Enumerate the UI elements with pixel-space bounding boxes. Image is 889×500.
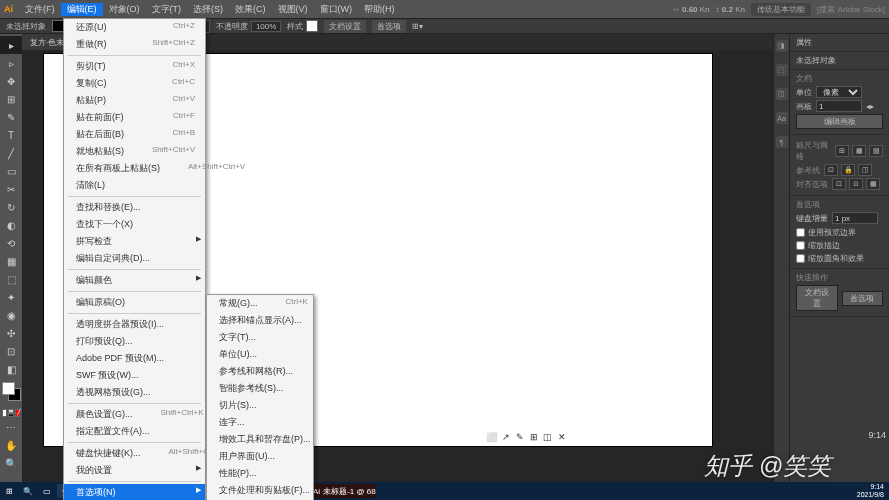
tool-scale[interactable]: ◐ [0,216,22,234]
units-select[interactable]: 像素 [816,86,862,98]
menu-item[interactable]: 我的设置 [64,462,205,479]
guides-icon[interactable]: ⊡ [824,164,838,176]
submenu-item[interactable]: 参考线和网格(R)... [207,363,313,380]
tool-line[interactable]: ╱ [0,144,22,162]
submenu-item[interactable]: 选择和锚点显示(A)... [207,312,313,329]
keyboard-increment[interactable] [832,212,878,224]
menu-window[interactable]: 窗口(W) [314,3,359,16]
menu-edit[interactable]: 编辑(E) [61,3,103,16]
menu-item[interactable]: 透视网格预设(G)... [64,384,205,401]
opacity-field[interactable]: 100% [251,21,281,32]
workspace-switcher[interactable]: 传统基本功能 [751,3,811,16]
menu-item[interactable]: 颜色设置(G)...Shift+Ctrl+K [64,406,205,423]
submenu-item[interactable]: 连字... [207,414,313,431]
collapsed-panel-icon[interactable]: ¶ [776,136,788,148]
tool-perspective[interactable]: ◧ [0,360,22,378]
submenu-item[interactable]: 切片(S)... [207,397,313,414]
menu-item[interactable]: 透明度拼合器预设(I)... [64,316,205,333]
tool-lasso[interactable]: ⊞ [0,90,22,108]
collapsed-panel-icon[interactable]: Aa [776,112,788,124]
tool-pen[interactable]: ✎ [0,108,22,126]
snap-point-icon[interactable]: ⊙ [849,178,863,190]
clock[interactable]: 9:142021/9/8 [852,483,889,499]
tool-hand[interactable]: ✋ [0,436,22,454]
menu-item[interactable]: 编辑自定词典(D)... [64,250,205,267]
tool-graph[interactable]: ◉ [0,306,22,324]
fill-stroke-control[interactable] [2,382,20,404]
transparency-grid-icon[interactable]: ▨ [869,145,883,157]
menu-item[interactable]: 就地粘贴(S)Shift+Ctrl+V [64,143,205,160]
grid-icon[interactable]: ▦ [852,145,866,157]
tool-mesh[interactable]: ▦ [0,252,22,270]
tool-gradient[interactable]: ⬚ [0,270,22,288]
tool-type[interactable]: T [0,126,22,144]
tool-more[interactable]: ⋯ [0,418,22,436]
taskbar-item[interactable]: Ai未标题-1 @ 68.44... [308,484,376,498]
menu-item[interactable]: 粘贴(P)Ctrl+V [64,92,205,109]
submenu-item[interactable]: 用户界面(U)... [207,448,313,465]
menu-item[interactable]: 键盘快捷键(K)...Alt+Shift+Ctrl+K [64,445,205,462]
menu-item[interactable]: 贴在前面(F)Ctrl+F [64,109,205,126]
tool-scissors[interactable]: ✂ [0,180,22,198]
ruler-icon[interactable]: ⊞ [835,145,849,157]
submenu-item[interactable]: 文字(T)... [207,329,313,346]
tool-rotate[interactable]: ↻ [0,198,22,216]
menu-item[interactable]: SWF 预设(W)... [64,367,205,384]
chk-preview-bounds[interactable]: 使用预览边界 [796,226,883,239]
edit-artboards-button[interactable]: 编辑画板 [796,114,883,129]
start-button[interactable]: ⊞ [0,487,18,496]
menu-item[interactable]: 拼写检查 [64,233,205,250]
collapsed-panel-icon[interactable]: ◫ [776,88,788,100]
color-mode-toggles[interactable]: ╱ [2,409,20,417]
tool-sprayer[interactable]: ✦ [0,288,22,306]
menu-item[interactable]: 编辑原稿(O) [64,294,205,311]
artboard-number[interactable] [816,100,862,112]
menu-help[interactable]: 帮助(H) [358,3,401,16]
snap-grid-icon[interactable]: ▦ [866,178,880,190]
menu-item[interactable]: 在所有画板上粘贴(S)Alt+Shift+Ctrl+V [64,160,205,177]
submenu-item[interactable]: 增效工具和暂存盘(P)... [207,431,313,448]
snap-pixel-icon[interactable]: ⊡ [832,178,846,190]
style-swatch[interactable] [306,20,318,32]
menu-file[interactable]: 文件(F) [19,3,61,16]
menu-item[interactable]: 查找下一个(X) [64,216,205,233]
quick-docsetup-button[interactable]: 文档设置 [796,285,838,311]
menu-item[interactable]: 重做(R)Shift+Ctrl+Z [64,36,205,53]
menu-item[interactable]: 复制(C)Ctrl+C [64,75,205,92]
floaty-icon-3[interactable]: ✎ [514,431,525,442]
tool-wand[interactable]: ✥ [0,72,22,90]
docsetup-btn[interactable]: 文档设置 [324,20,366,33]
menu-view[interactable]: 视图(V) [272,3,314,16]
menu-select[interactable]: 选择(S) [187,3,229,16]
tool-slice[interactable]: ⊡ [0,342,22,360]
floaty-icon-1[interactable]: ⬜ [486,431,497,442]
prefs-btn[interactable]: 首选项 [372,20,406,33]
menu-item[interactable]: 还原(U)Ctrl+Z [64,19,205,36]
chk-scale-corners[interactable]: 缩放圆角和效果 [796,252,883,265]
chk-scale-strokes[interactable]: 缩放描边 [796,239,883,252]
search-icon[interactable]: 🔍 [19,487,37,496]
floaty-icon-5[interactable]: ◫ [542,431,553,442]
tool-selection[interactable]: ▸ [0,36,22,54]
tool-artboard[interactable]: ✣ [0,324,22,342]
menu-item[interactable]: 指定配置文件(A)... [64,423,205,440]
collapsed-panel-icon[interactable]: ◨ [776,40,788,52]
menu-item[interactable]: 打印预设(Q)... [64,333,205,350]
tool-direct-select[interactable]: ▹ [0,54,22,72]
floaty-icon-2[interactable]: ↗ [500,431,511,442]
submenu-item[interactable]: 常规(G)...Ctrl+K [207,295,313,312]
menu-item[interactable]: Adobe PDF 预设(M)... [64,350,205,367]
artboard-nav-icon[interactable]: ◂▸ [866,102,874,111]
tool-rectangle[interactable]: ▭ [0,162,22,180]
menu-item[interactable]: 剪切(T)Ctrl+X [64,58,205,75]
submenu-item[interactable]: 单位(U)... [207,346,313,363]
align-icon[interactable]: ⊞▾ [412,22,423,31]
submenu-item[interactable]: 智能参考线(S)... [207,380,313,397]
stock-search[interactable]: [搜索 Adobe Stock] [817,4,885,15]
smart-guides-icon[interactable]: ◫ [858,164,872,176]
quick-prefs-button[interactable]: 首选项 [842,291,884,306]
submenu-item[interactable]: 文件处理和剪贴板(F)... [207,482,313,499]
tool-warp[interactable]: ⟲ [0,234,22,252]
tool-zoom[interactable]: 🔍 [0,454,22,472]
lock-guides-icon[interactable]: 🔒 [841,164,855,176]
